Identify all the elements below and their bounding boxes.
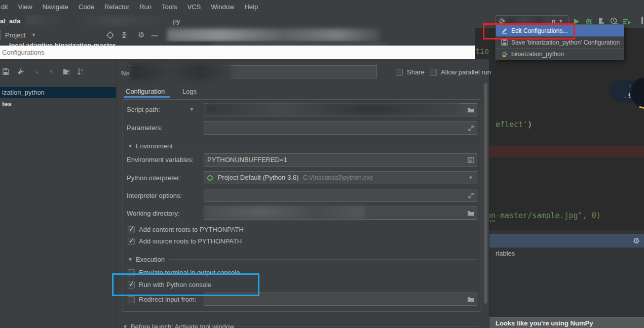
configurations-toolbar: ▲ ▼ az: [0, 66, 86, 77]
checkbox-box[interactable]: [128, 296, 135, 303]
run-debug-configurations-dialog: ▲ ▼ az ization_python tes Nam Share Allo…: [0, 59, 489, 328]
menu-item-label: Save 'binarization_python' Configuration: [511, 39, 620, 46]
move-up-icon[interactable]: ▲: [31, 66, 43, 77]
add-source-roots-label: Add source roots to PYTHONPATH: [139, 237, 242, 245]
menu-item-edit-configurations[interactable]: Edit Configurations...: [496, 25, 624, 36]
pencil-icon: [499, 27, 509, 34]
templates-item-label: tes: [2, 100, 12, 108]
expand-field-icon[interactable]: [466, 124, 475, 133]
folder-browse-icon[interactable]: [466, 295, 475, 304]
toolbar-divider: [133, 30, 133, 39]
configuration-item-selected[interactable]: ization_python: [0, 87, 116, 98]
execution-section-label: Execution: [136, 256, 165, 263]
redacted-tab-title: [26, 16, 171, 26]
gear-icon[interactable]: ⚙: [631, 235, 642, 247]
menu-vcs[interactable]: VCS: [182, 3, 206, 11]
run-with-python-console-checkbox[interactable]: Run with Python console: [128, 281, 211, 289]
add-source-roots-checkbox[interactable]: Add source roots to PYTHONPATH: [128, 237, 242, 245]
section-collapse-icon[interactable]: ▼: [128, 257, 133, 262]
chevron-down-icon[interactable]: ▼: [466, 173, 475, 182]
chevron-down-icon[interactable]: ▼: [190, 107, 194, 112]
section-rule: [169, 259, 478, 260]
environment-variables-input[interactable]: PYTHONUNBUFFERED=1: [204, 153, 477, 167]
environment-section-header[interactable]: ▼ Environment: [128, 142, 478, 150]
chevron-down-icon: ▼: [558, 19, 563, 24]
locate-file-icon[interactable]: [104, 29, 116, 40]
new-folder-icon[interactable]: [61, 66, 72, 77]
script-path-label: Script path:: [127, 106, 160, 113]
variables-tab-label[interactable]: riables: [496, 250, 515, 257]
dialog-scrollbar[interactable]: [484, 83, 487, 304]
checkbox-box[interactable]: [128, 281, 135, 289]
active-tab-underline: [124, 96, 170, 98]
interpreter-options-input[interactable]: [204, 189, 477, 202]
menu-view[interactable]: View: [13, 3, 37, 11]
menu-item-label: Edit Configurations...: [511, 27, 567, 34]
menu-edit[interactable]: dit: [0, 3, 13, 11]
python-interpreter-label: Python interpreter:: [127, 174, 181, 182]
allow-parallel-run-checkbox[interactable]: Allow parallel run: [430, 68, 491, 76]
menu-help[interactable]: Help: [239, 3, 263, 11]
checkbox-box[interactable]: [396, 69, 403, 76]
execution-section-header[interactable]: ▼ Execution: [128, 256, 478, 263]
menu-run[interactable]: Run: [134, 3, 157, 11]
expand-field-icon[interactable]: [466, 191, 475, 200]
clipped-toolbar-icon: [641, 17, 643, 24]
allow-parallel-run-label: Allow parallel run: [441, 68, 491, 76]
add-content-roots-checkbox[interactable]: Add content roots to PYTHONPATH: [128, 226, 244, 233]
before-launch-label: Before launch: Activate tool window: [131, 323, 235, 328]
parameters-label: Parameters:: [127, 124, 163, 132]
edit-templates-wrench-icon[interactable]: [15, 66, 26, 77]
sort-alphabetically-icon[interactable]: az: [75, 66, 86, 77]
tab-logs[interactable]: Logs: [182, 88, 197, 95]
redirect-input-checkbox[interactable]: Redirect input from:: [128, 296, 196, 303]
section-collapse-icon[interactable]: ▼: [128, 143, 133, 149]
project-panel-title[interactable]: Project: [5, 31, 25, 39]
environment-variables-label: Environment variables:: [127, 156, 194, 163]
checkbox-box[interactable]: [128, 238, 135, 245]
hide-panel-icon[interactable]: —: [149, 29, 160, 40]
menu-item-binarization-python[interactable]: binarization_python: [496, 48, 624, 60]
environment-section-label: Environment: [136, 142, 173, 150]
templates-item[interactable]: tes: [0, 99, 116, 110]
move-down-icon[interactable]: ▼: [46, 66, 57, 77]
string-literal: eflect': [496, 120, 527, 129]
menu-refactor[interactable]: Refactor: [99, 3, 134, 11]
panel-divider: [0, 30, 1, 40]
run-configurations-dropdown-menu: Edit Configurations... Save 'binarizatio…: [496, 24, 624, 60]
paren: ): [527, 120, 532, 129]
checkbox-box[interactable]: [430, 69, 437, 76]
chevron-down-icon[interactable]: ▼: [31, 32, 36, 37]
save-icon[interactable]: [0, 66, 11, 77]
debug-panel: ⚙ riables Looks like you're using NumPy: [489, 230, 644, 328]
section-collapse-icon[interactable]: ▼: [123, 324, 128, 328]
tab-configuration[interactable]: Configuration: [126, 88, 165, 95]
share-checkbox[interactable]: Share: [396, 68, 425, 76]
share-label: Share: [407, 68, 425, 76]
checkbox-box[interactable]: [128, 226, 135, 233]
collapse-all-icon[interactable]: [119, 29, 130, 40]
editor-code-line-1: eflect'): [496, 120, 532, 129]
folder-browse-icon[interactable]: [466, 209, 475, 218]
editor-highlighted-error-line: [489, 146, 644, 157]
interpreter-options-label: Interpreter options:: [127, 192, 182, 199]
folder-browse-icon[interactable]: [466, 105, 475, 114]
python-interpreter-select[interactable]: Project Default (Python 3.6) C:\Anaconda…: [204, 171, 477, 184]
checkbox-box[interactable]: [128, 269, 135, 276]
svg-text:z: z: [81, 72, 83, 75]
menu-tools[interactable]: Tools: [157, 3, 182, 11]
menu-item-save-configuration[interactable]: Save 'binarization_python' Configuration: [496, 36, 624, 48]
emulate-terminal-checkbox[interactable]: Emulate terminal in output console: [128, 269, 240, 276]
browse-variables-icon[interactable]: [466, 155, 475, 165]
redirect-input-path-input[interactable]: [204, 293, 477, 306]
menu-code[interactable]: Code: [73, 3, 99, 11]
menu-window[interactable]: Window: [206, 3, 239, 11]
menu-navigate[interactable]: Navigate: [37, 3, 73, 11]
project-panel-header: Project ▼ ⚙ —: [0, 28, 475, 43]
debug-panel-header: ⚙: [489, 234, 644, 248]
editor-tab-extension[interactable]: .py: [171, 17, 180, 25]
gear-icon[interactable]: ⚙: [136, 29, 147, 40]
before-launch-section-header[interactable]: ▼ Before launch: Activate tool window: [123, 323, 478, 328]
parameters-input[interactable]: [204, 121, 477, 135]
editor-tab[interactable]: al_ada: [0, 17, 20, 25]
